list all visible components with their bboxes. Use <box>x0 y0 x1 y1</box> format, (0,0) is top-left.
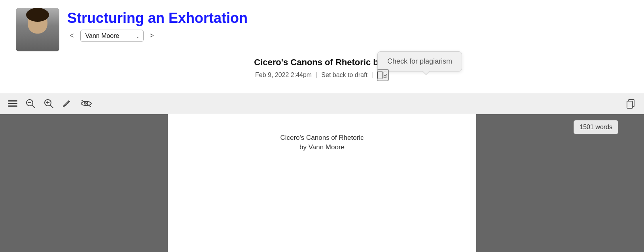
doc-title: Cicero's Canons of Rhetoric by... <box>254 57 390 68</box>
hide-annotations-button[interactable] <box>80 98 93 109</box>
toolbar <box>0 93 644 114</box>
eye-slash-icon <box>80 98 93 109</box>
zoom-out-button[interactable] <box>25 98 36 109</box>
plagiarism-tooltip: Check for plagiarism <box>377 51 462 71</box>
document-page: Cicero's Canons of Rhetoric by Vann Moor… <box>168 114 476 252</box>
svg-rect-11 <box>627 101 633 108</box>
document-page-title: Cicero's Canons of Rhetoric <box>280 134 364 142</box>
header-top: Structuring an Exhortation < Vann Moore … <box>16 8 628 51</box>
hamburger-line-1 <box>8 100 17 102</box>
next-student-button[interactable]: > <box>148 30 157 41</box>
svg-line-3 <box>32 105 35 108</box>
submission-info: Check for plagiarism Cicero's Canons of … <box>16 57 628 81</box>
student-select[interactable]: Vann Moore <box>80 30 144 42</box>
plagiarism-check-button[interactable] <box>377 69 389 81</box>
copy-icon <box>625 98 636 109</box>
meta-sep2: | <box>371 71 373 79</box>
set-back-to-draft-link[interactable]: Set back to draft <box>321 71 367 79</box>
zoom-in-icon <box>44 98 54 109</box>
header-section: Structuring an Exhortation < Vann Moore … <box>0 0 644 85</box>
word-count-badge: 1501 words <box>574 120 618 134</box>
copy-button[interactable] <box>625 98 636 109</box>
doc-meta: Feb 9, 2022 2:44pm | Set back to draft | <box>255 69 389 81</box>
page-container: Structuring an Exhortation < Vann Moore … <box>0 0 644 252</box>
page-title: Structuring an Exhortation <box>67 10 248 26</box>
edit-button[interactable] <box>62 98 72 109</box>
hamburger-line-2 <box>8 103 17 104</box>
student-select-wrapper: Vann Moore <box>80 30 144 42</box>
header-content: Structuring an Exhortation < Vann Moore … <box>67 8 248 42</box>
meta-sep1: | <box>316 71 317 79</box>
document-check-icon <box>383 71 388 79</box>
avatar <box>16 8 59 51</box>
student-selector: < Vann Moore > <box>67 30 248 42</box>
toolbar-left <box>8 98 93 109</box>
hamburger-icon[interactable] <box>8 100 17 107</box>
document-page-author: by Vann Moore <box>299 143 345 151</box>
plagiarism-tooltip-label: Check for plagiarism <box>387 57 452 65</box>
svg-line-7 <box>50 105 53 108</box>
document-area: 1501 words Cicero's Canons of Rhetoric b… <box>0 114 644 252</box>
hamburger-line-3 <box>8 105 17 107</box>
zoom-out-icon <box>25 98 36 109</box>
submission-date: Feb 9, 2022 2:44pm <box>255 71 312 79</box>
zoom-in-button[interactable] <box>44 98 54 109</box>
svg-rect-0 <box>383 72 387 77</box>
prev-student-button[interactable]: < <box>67 30 76 41</box>
pencil-icon <box>62 98 72 109</box>
